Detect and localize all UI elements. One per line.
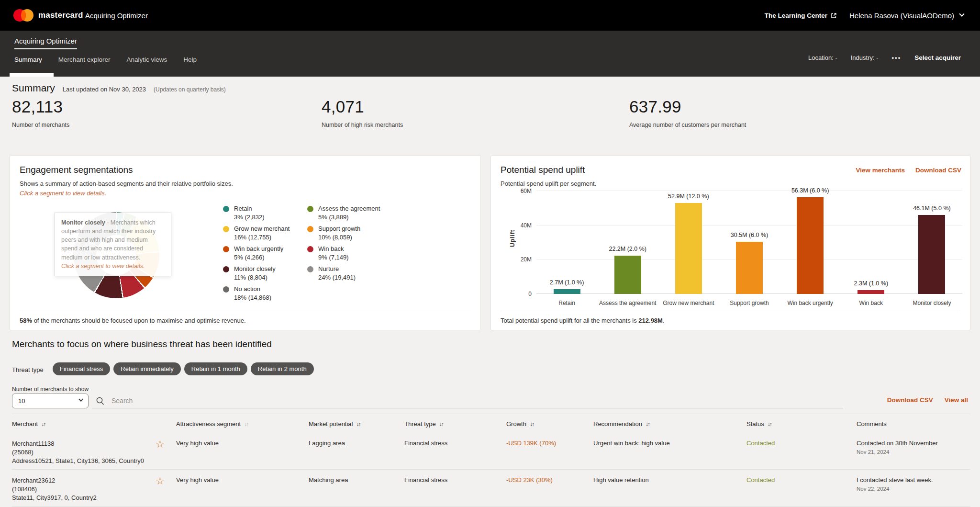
- select-acquirer-button[interactable]: Select acquirer: [914, 54, 961, 61]
- view-all-link[interactable]: View all: [945, 396, 968, 404]
- tooltip-hint[interactable]: Click a segment to view details.: [61, 262, 165, 270]
- total-suffix: .: [663, 317, 665, 324]
- last-updated-text: Last updated on Nov 30, 2023: [63, 86, 146, 93]
- sort-icon[interactable]: ↓↑: [439, 421, 443, 428]
- column-header-threat-type[interactable]: Threat type↓↑: [404, 420, 506, 428]
- sort-icon[interactable]: ↓↑: [244, 421, 248, 428]
- legend-item[interactable]: Win back9% (7,149): [307, 245, 391, 265]
- sort-icon[interactable]: ↓↑: [646, 421, 649, 428]
- legend-text: Win back9% (7,149): [318, 245, 349, 265]
- product-tab-acquiring-optimizer[interactable]: Acquiring Optimizer: [14, 37, 77, 49]
- cell-attractiveness: Very high value: [176, 476, 309, 502]
- bar-win-back[interactable]: [858, 290, 884, 294]
- legend-item[interactable]: No action18% (14,868): [223, 285, 307, 305]
- table-row[interactable]: Merchant23612(108406)State11, City3917, …: [12, 470, 970, 507]
- column-header-recommendation[interactable]: Recommendation↓↑: [593, 420, 746, 428]
- merchant-name[interactable]: Merchant23612: [12, 476, 152, 485]
- industry-filter[interactable]: Industry: -: [851, 54, 879, 61]
- view-merchants-link[interactable]: View merchants: [856, 167, 905, 174]
- legend-item[interactable]: Retain3% (2,832): [223, 205, 307, 225]
- download-csv-link[interactable]: Download CSV: [915, 167, 961, 174]
- merchant-count-select[interactable]: 10: [12, 394, 89, 408]
- learning-center-link[interactable]: The Learning Center: [765, 12, 837, 19]
- learning-center-label: The Learning Center: [765, 12, 827, 19]
- threat-type-label: Threat type: [12, 366, 44, 373]
- tab-analytic-views[interactable]: Analytic views: [127, 56, 167, 63]
- x-category-label: Win back urgently: [780, 300, 841, 306]
- legend-dot-icon: [223, 226, 229, 232]
- click-segment-hint[interactable]: Click a segment to view details.: [20, 190, 106, 197]
- legend-item[interactable]: Support growth10% (8,059): [307, 225, 391, 245]
- search-input[interactable]: [111, 397, 303, 405]
- sort-icon[interactable]: ↓↑: [41, 421, 45, 428]
- chevron-down-icon: [959, 11, 964, 17]
- stat-number-of-merchants: 82,113 Number of merchants: [12, 97, 318, 128]
- external-link-icon: [831, 12, 837, 19]
- potential-spend-uplift-panel: Potential spend uplift View merchants Do…: [490, 156, 970, 330]
- cell-status: Contacted: [746, 439, 857, 465]
- bar-grow-new-merchant[interactable]: [675, 203, 702, 294]
- engagement-footer: 58% of the merchants should be focused u…: [20, 311, 471, 324]
- merchant-name[interactable]: Merchant11138: [12, 439, 152, 448]
- tab-help[interactable]: Help: [183, 56, 197, 63]
- legend-label: Retain: [234, 205, 265, 213]
- comment-date: Nov 21, 2024: [857, 449, 970, 455]
- column-header-attractiveness-segment[interactable]: Attractiveness segment↓↑: [176, 420, 309, 428]
- legend-value: 5% (3,889): [318, 214, 380, 221]
- comment-text: I contacted steve last week.: [857, 476, 970, 484]
- column-header-label: Merchant: [12, 420, 38, 428]
- bar-support-growth[interactable]: [736, 242, 763, 294]
- bar-monitor-closely[interactable]: [918, 215, 945, 294]
- x-category-label: Support growth: [719, 300, 780, 306]
- x-category-label: Retain: [536, 300, 597, 306]
- column-header-growth[interactable]: Growth↓↑: [506, 420, 593, 428]
- column-header-comments[interactable]: Comments: [857, 420, 970, 428]
- merchant-search: [92, 394, 843, 408]
- x-category-label: Grow new merchant: [658, 300, 719, 306]
- bar-assess-the-agreement[interactable]: [614, 256, 641, 294]
- legend-item[interactable]: Grow new merchant16% (12,755): [223, 225, 307, 245]
- sort-icon[interactable]: ↓↑: [530, 421, 534, 428]
- tab-summary[interactable]: Summary: [14, 56, 42, 63]
- star-icon[interactable]: ☆: [156, 476, 165, 486]
- navigation-bar: Acquiring Optimizer SummaryMerchant expl…: [0, 31, 980, 77]
- cell-recommendation: High value retention: [593, 476, 746, 502]
- location-filter[interactable]: Location: -: [808, 54, 837, 61]
- y-tick-label: 60M: [509, 188, 532, 194]
- threat-pill[interactable]: Financial stress: [53, 362, 110, 375]
- mastercard-logo-icon: [13, 9, 33, 22]
- legend-text: Win back urgently5% (4,266): [234, 245, 283, 265]
- top-app-bar: mastercard Acquiring Optimizer The Learn…: [0, 0, 980, 31]
- panel-title: Engagement segmentations: [20, 165, 133, 175]
- column-header-merchant[interactable]: Merchant↓↑: [12, 420, 176, 428]
- legend-item[interactable]: Monitor closely11% (8,804): [223, 265, 307, 285]
- threat-pill[interactable]: Retain in 1 month: [184, 362, 247, 375]
- legend-item[interactable]: Win back urgently5% (4,266): [223, 245, 307, 265]
- legend-label: Win back urgently: [234, 245, 283, 253]
- bar-retain[interactable]: [554, 289, 580, 294]
- bar-win-back-urgently[interactable]: [797, 197, 824, 294]
- more-options-icon[interactable]: •••: [892, 54, 902, 61]
- stat-value: 82,113: [12, 97, 318, 116]
- table-download-csv-link[interactable]: Download CSV: [887, 396, 933, 404]
- y-axis-label: Uplift: [509, 229, 516, 247]
- threat-pill[interactable]: Retain immediately: [113, 362, 181, 375]
- column-header-market-potential[interactable]: Market potential↓↑: [309, 420, 404, 428]
- star-icon[interactable]: ☆: [156, 439, 165, 449]
- legend-item[interactable]: Nurture24% (19,491): [307, 265, 391, 285]
- table-row[interactable]: Merchant11138(25068)Address10521, State1…: [12, 433, 970, 470]
- column-header-status[interactable]: Status↓↑: [746, 420, 857, 428]
- bar-value-label: 2.7M (1.0 %): [529, 279, 605, 286]
- footer-percent: 58%: [20, 317, 32, 324]
- user-name: Helena Rasova (VisualAODemo): [849, 11, 954, 20]
- threat-pill[interactable]: Retain in 2 month: [251, 362, 314, 375]
- cell-comments: I contacted steve last week.Nov 22, 2024: [857, 476, 970, 502]
- sort-icon[interactable]: ↓↑: [768, 421, 771, 428]
- sort-icon[interactable]: ↓↑: [356, 421, 360, 428]
- footer-text: of the merchants should be focused upon …: [32, 317, 246, 324]
- legend-item[interactable]: Assess the agreement5% (3,889): [307, 205, 391, 225]
- user-menu[interactable]: Helena Rasova (VisualAODemo): [849, 11, 964, 20]
- stat-label: Number of high risk merchants: [322, 122, 628, 128]
- column-header-label: Comments: [857, 420, 887, 428]
- tab-merchant-explorer[interactable]: Merchant explorer: [58, 56, 111, 63]
